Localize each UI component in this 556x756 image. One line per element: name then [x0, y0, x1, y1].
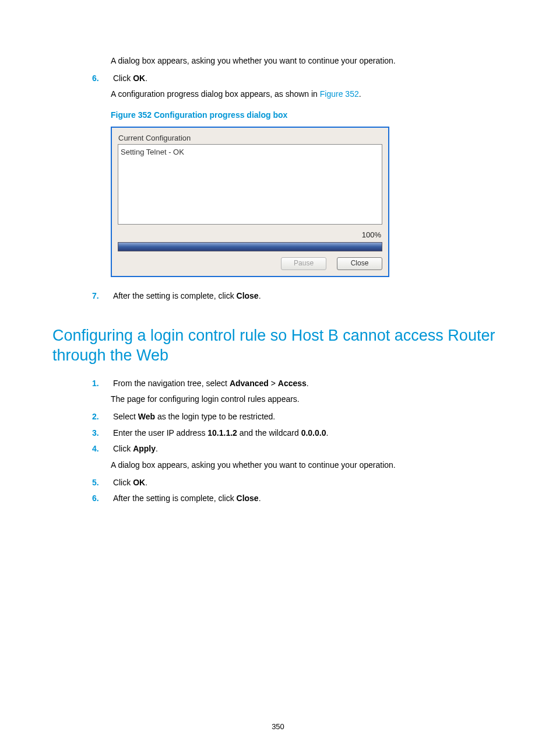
list-number: 4. [92, 443, 111, 456]
list-number: 1. [92, 377, 111, 390]
list-body: Click Apply. [113, 443, 504, 456]
text: as the login type to be restricted. [155, 412, 275, 421]
text: Click [113, 478, 133, 487]
text: and the wildcard [237, 428, 301, 438]
list-number: 7. [92, 290, 111, 303]
list-body: From the navigation tree, select Advance… [113, 377, 504, 390]
step-4-subtext: A dialog box appears, asking you whether… [111, 459, 504, 472]
bold: Advanced [230, 379, 269, 388]
bold: Web [138, 412, 155, 421]
text: . [326, 428, 328, 438]
dialog-title: Current Configuration [118, 132, 382, 144]
ordered-list-a: 6. Click OK. [92, 72, 504, 85]
list-item-3: 3. Enter the user IP address 10.1.1.2 an… [92, 427, 504, 440]
progress-percent-label: 100% [118, 229, 382, 241]
list-item-5: 5. Click OK. [92, 477, 504, 489]
bold: OK [133, 74, 145, 83]
log-line: Setting Telnet - OK [121, 146, 379, 158]
bold: OK [133, 478, 145, 487]
ordered-list-b-cont: 2. Select Web as the login type to be re… [92, 411, 504, 456]
bold: Access [278, 379, 307, 388]
ordered-list-a-cont: 7. After the setting is complete, click … [92, 290, 504, 303]
text: . [307, 379, 309, 388]
list-body: After the setting is complete, click Clo… [113, 290, 504, 303]
list-number: 6. [92, 492, 111, 505]
list-body: After the setting is complete, click Clo… [113, 492, 504, 505]
text: Click [113, 444, 133, 453]
bold: Apply [133, 444, 156, 453]
dialog-log-area: Setting Telnet - OK [118, 144, 382, 225]
text: From the navigation tree, select [113, 379, 230, 388]
list-body: Click OK. [113, 477, 504, 489]
text: Click [113, 74, 133, 83]
list-item-6: 6. Click OK. [92, 72, 504, 85]
dialog-button-row: Pause Close [118, 257, 382, 270]
bold: Close [237, 291, 259, 300]
step-6-subtext: A configuration progress dialog box appe… [111, 88, 504, 101]
text: . [259, 494, 261, 503]
text: . [359, 89, 361, 99]
list-number: 3. [92, 427, 111, 440]
text: Select [113, 412, 138, 421]
list-item-2: 2. Select Web as the login type to be re… [92, 411, 504, 424]
figure-caption: Figure 352 Configuration progress dialog… [111, 109, 504, 122]
ordered-list-b: 1. From the navigation tree, select Adva… [92, 377, 504, 390]
step-1-subtext: The page for configuring login control r… [111, 393, 504, 406]
list-number: 6. [92, 72, 111, 85]
text: > [269, 379, 278, 388]
text: Enter the user IP address [113, 428, 207, 438]
text: After the setting is complete, click [113, 291, 237, 300]
list-item-4: 4. Click Apply. [92, 443, 504, 456]
list-number: 2. [92, 411, 111, 424]
text: . [259, 291, 261, 300]
document-page: A dialog box appears, asking you whether… [0, 0, 556, 756]
text: After the setting is complete, click [113, 494, 237, 503]
list-body: Click OK. [113, 72, 504, 85]
section-heading: Configuring a login control rule so Host… [52, 326, 504, 366]
text: A configuration progress dialog box appe… [111, 89, 320, 99]
list-item-1: 1. From the navigation tree, select Adva… [92, 377, 504, 390]
list-number: 5. [92, 477, 111, 489]
bold: Close [237, 494, 259, 503]
text: . [145, 478, 147, 487]
config-progress-dialog: Current Configuration Setting Telnet - O… [111, 127, 389, 278]
step-5-subtext: A dialog box appears, asking you whether… [111, 55, 504, 68]
pause-button: Pause [281, 257, 326, 270]
list-body: Select Web as the login type to be restr… [113, 411, 504, 424]
list-body: Enter the user IP address 10.1.1.2 and t… [113, 427, 504, 440]
text: . [145, 74, 147, 83]
close-button[interactable]: Close [337, 257, 382, 270]
bold: 0.0.0.0 [301, 428, 326, 438]
bold: 10.1.1.2 [207, 428, 237, 438]
page-number: 350 [0, 721, 556, 733]
list-item-7: 7. After the setting is complete, click … [92, 290, 504, 303]
ordered-list-b-cont2: 5. Click OK. 6. After the setting is com… [92, 477, 504, 505]
progress-bar [118, 242, 382, 251]
list-item-6b: 6. After the setting is complete, click … [92, 492, 504, 505]
text: . [156, 444, 158, 453]
figure-link[interactable]: Figure 352 [320, 89, 359, 99]
